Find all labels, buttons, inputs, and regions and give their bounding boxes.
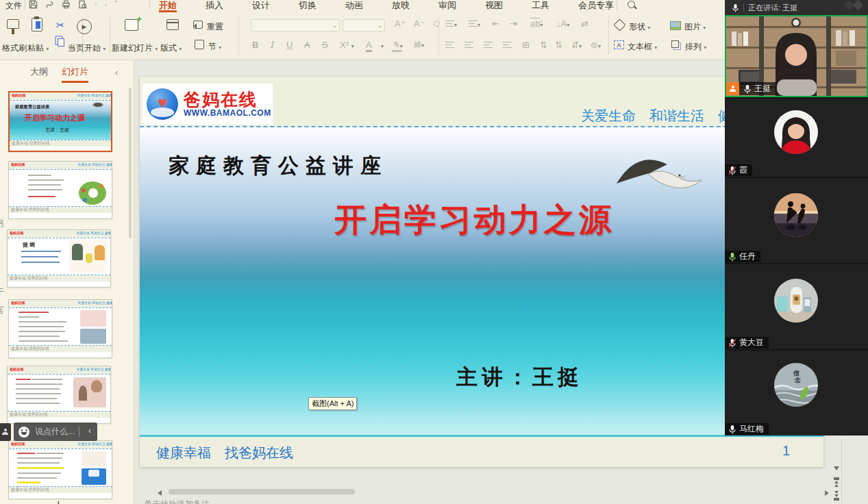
tab-tools[interactable]: 工具 bbox=[532, 0, 549, 12]
participant-tile-xia[interactable]: 霞 bbox=[725, 99, 868, 177]
tab-animation[interactable]: 动画 bbox=[345, 0, 363, 12]
paste-icon[interactable] bbox=[32, 18, 42, 32]
tab-slides[interactable]: 幻灯片 bbox=[62, 66, 88, 83]
slide-thumbnail-3[interactable]: 爸妈在线关爱生命 和谐生活 健康人生 提 纲 健康幸福 找爸妈在线 bbox=[7, 229, 111, 288]
hscroll-thumb[interactable] bbox=[169, 489, 355, 494]
slide-title[interactable]: 开启学习动力之源 bbox=[334, 199, 614, 242]
emoji-icon[interactable] bbox=[18, 427, 29, 438]
add-slide-button[interactable]: ＋ bbox=[51, 494, 66, 504]
hscroll-right-arrow[interactable] bbox=[825, 490, 832, 496]
horizontal-scrollbar[interactable] bbox=[164, 489, 821, 494]
collapse-panel-icon[interactable]: ‹ bbox=[115, 67, 118, 77]
tab-design[interactable]: 设计 bbox=[252, 0, 270, 12]
chat-collapse-icon[interactable]: ‹ bbox=[88, 426, 91, 436]
textbox-icon[interactable]: A bbox=[614, 40, 624, 49]
customize-toolbar-icon[interactable]: ˇ bbox=[114, 0, 117, 8]
font-size-select[interactable]: ⌄ bbox=[343, 19, 385, 32]
text-direction-icon[interactable]: ab▾ bbox=[530, 18, 543, 29]
clear-format-icon[interactable]: ◇ bbox=[432, 17, 441, 29]
slide-thumbnail-4[interactable]: 爸妈在线关爱生命 和谐生活 健康人生 健康幸福 找爸妈在线 bbox=[8, 299, 112, 358]
tab-member[interactable]: 会员专享 bbox=[578, 0, 614, 12]
numbered-list-icon[interactable]: ▾ bbox=[469, 18, 480, 29]
layout-button[interactable]: 版式 ▾ bbox=[160, 42, 182, 54]
format-painter-icon[interactable] bbox=[7, 19, 19, 29]
highlight-icon[interactable]: ✎▾ bbox=[392, 40, 402, 52]
increase-font-icon[interactable]: A⁺ bbox=[395, 18, 406, 29]
bold-icon[interactable]: B bbox=[252, 40, 258, 50]
participant-tile-rendan[interactable]: 任丹 bbox=[725, 178, 868, 263]
shapes-icon[interactable] bbox=[615, 21, 624, 29]
mic-on-icon[interactable] bbox=[728, 425, 736, 434]
reset-button[interactable]: 重置 bbox=[207, 21, 223, 33]
next-slide-button[interactable] bbox=[834, 491, 839, 501]
tab-review[interactable]: 审阅 bbox=[438, 0, 456, 12]
tab-outline[interactable]: 大纲 bbox=[30, 66, 48, 78]
align-left-icon[interactable] bbox=[445, 40, 454, 50]
slide-canvas[interactable]: ♥ 爸妈在线 WWW.BAMAOL.COM 关爱生命 和谐生活 健康人生 家庭教… bbox=[140, 77, 823, 467]
chat-input-placeholder[interactable]: 说点什么... bbox=[35, 426, 75, 438]
column-spacing-icon[interactable]: ⇅ bbox=[555, 40, 562, 50]
mic-on-icon[interactable] bbox=[728, 252, 736, 262]
section-button[interactable]: 节 ▾ bbox=[208, 41, 221, 53]
tab-transition[interactable]: 切换 bbox=[299, 0, 317, 12]
decrease-indent-icon[interactable]: ⇤ bbox=[492, 18, 499, 29]
bullet-list-icon[interactable]: ▾ bbox=[445, 18, 457, 29]
text-sort-icon[interactable]: ↓A▾ bbox=[556, 18, 569, 29]
line-spacing-icon[interactable]: ⇵▾ bbox=[571, 40, 582, 50]
participant-tile-huangdadou[interactable]: 黄大豆 bbox=[725, 264, 868, 349]
picture-button[interactable]: 图片 ▾ bbox=[684, 21, 706, 33]
mic-on-icon[interactable] bbox=[743, 84, 752, 94]
mic-muted-icon[interactable] bbox=[728, 166, 736, 175]
reset-icon[interactable] bbox=[193, 21, 203, 29]
row-spacing-icon[interactable]: ⇅ bbox=[540, 40, 547, 50]
sidebar-scrollbar[interactable] bbox=[129, 88, 132, 238]
arrange-icon[interactable] bbox=[671, 40, 679, 48]
font-color-icon[interactable]: A bbox=[366, 40, 372, 52]
video-tile-wangting[interactable]: 王挺 bbox=[725, 15, 868, 97]
export-icon[interactable] bbox=[45, 0, 54, 9]
text-fit-icon[interactable]: ⊜▾ bbox=[591, 40, 601, 50]
copy-icon[interactable] bbox=[58, 38, 64, 47]
new-slide-icon[interactable] bbox=[125, 19, 138, 31]
new-slide-button[interactable]: 新建幻灯片 ▾ bbox=[112, 42, 158, 54]
slide-thumbnail-2[interactable]: 爸妈在线关爱生命 和谐生活 健康人生 健康幸福 找爸妈在线 bbox=[8, 161, 112, 219]
phonetic-guide-icon[interactable]: 嫝▾ bbox=[414, 40, 424, 50]
save-icon[interactable] bbox=[29, 0, 38, 9]
file-menu[interactable]: 文件 bbox=[5, 0, 22, 12]
section-icon[interactable] bbox=[195, 40, 204, 49]
notes-placeholder[interactable]: 单击此处添加备注 bbox=[144, 499, 210, 504]
convert-smartart-icon[interactable]: ⇄ bbox=[581, 18, 588, 29]
underline-icon[interactable]: U bbox=[286, 40, 293, 50]
arrange-button[interactable]: 排列 ▾ bbox=[685, 41, 706, 53]
slide-subtitle[interactable]: 家庭教育公益讲座 bbox=[169, 152, 388, 180]
tab-home[interactable]: 开始 bbox=[159, 0, 177, 12]
align-center-icon[interactable] bbox=[464, 40, 473, 50]
print-preview-icon[interactable] bbox=[78, 0, 87, 9]
layout-icon[interactable] bbox=[166, 19, 179, 30]
decrease-font-icon[interactable]: A⁻ bbox=[414, 18, 425, 29]
print-icon[interactable] bbox=[62, 0, 71, 9]
paste-button[interactable]: 粘贴 ▾ bbox=[27, 42, 49, 54]
slide-thumbnail-5[interactable]: 爸妈在线关爱生命 和谐生活 健康人生 健康幸福 找爸妈在线 bbox=[7, 366, 111, 424]
undo-icon[interactable]: ‹ bbox=[105, 0, 108, 8]
tab-insert[interactable]: 插入 bbox=[206, 0, 223, 12]
justify-icon[interactable] bbox=[503, 40, 512, 50]
start-from-page-button[interactable]: 当页开始 ▾ bbox=[68, 42, 106, 54]
scroll-down-icon[interactable] bbox=[834, 466, 839, 473]
search-icon[interactable] bbox=[628, 1, 635, 8]
align-right-icon[interactable] bbox=[484, 40, 493, 50]
slide-presenter[interactable]: 主讲：王挺 bbox=[456, 363, 583, 392]
chat-contact-icon[interactable] bbox=[0, 423, 11, 441]
previous-slide-button[interactable] bbox=[834, 477, 839, 487]
italic-icon[interactable]: I bbox=[270, 40, 273, 50]
shapes-button[interactable]: 形状 ▾ bbox=[629, 21, 650, 33]
distribute-icon[interactable]: ⊞ bbox=[522, 40, 530, 50]
cut-icon[interactable]: ✂ bbox=[56, 19, 65, 32]
play-from-page-icon[interactable]: ▶ bbox=[77, 19, 92, 34]
slide-thumbnail-1[interactable]: 爸妈在线关爱生命 和谐生活 健康人生 家庭教育公益讲座 开启学习动力之源 主讲：… bbox=[8, 91, 112, 152]
strikethrough-icon[interactable]: S bbox=[322, 40, 328, 50]
picture-icon[interactable] bbox=[670, 21, 681, 30]
participant-tile-mahongmei[interactable]: 信 念 马红梅 bbox=[725, 351, 868, 436]
slide-thumbnail-6[interactable]: 爸妈在线关爱生命 和谐生活 健康人生 健康幸福 找爸妈在线 bbox=[8, 440, 112, 499]
format-painter-button[interactable]: 格式刷 bbox=[2, 42, 27, 54]
